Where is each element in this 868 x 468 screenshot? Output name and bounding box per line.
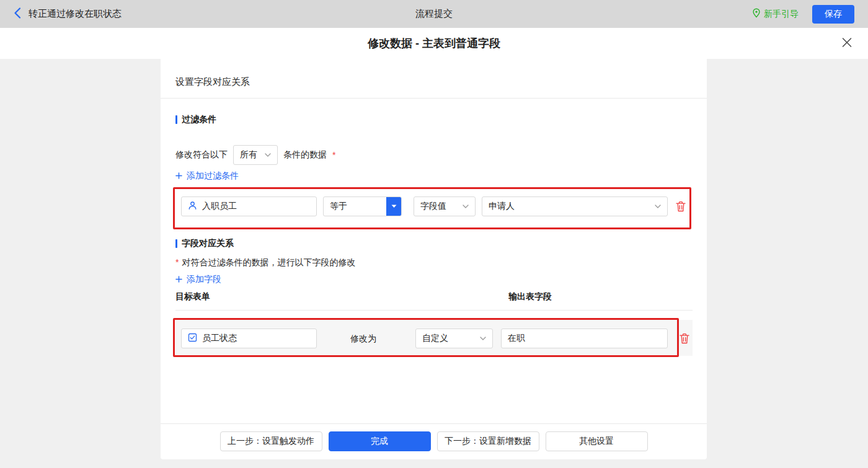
field-mapping-panel: 设置字段对应关系 过滤条件 修改符合以下 所有 条件的数据 * 添加过滤条件 入…: [161, 59, 707, 459]
required-asterisk: *: [175, 257, 179, 268]
back-button[interactable]: [14, 7, 21, 20]
close-button[interactable]: [842, 38, 852, 50]
match-mode-value: 所有: [240, 149, 257, 161]
plus-icon: [175, 275, 182, 285]
required-asterisk: *: [332, 150, 335, 160]
custom-value-input[interactable]: 在职: [501, 329, 668, 348]
other-settings-button[interactable]: 其他设置: [546, 431, 648, 451]
workflow-title: 转正通过修改在职状态: [29, 8, 122, 20]
filter-condition-line: 修改符合以下 所有 条件的数据 *: [175, 145, 335, 165]
chevron-down-icon: [265, 153, 271, 157]
section-accent-bar: [175, 239, 177, 248]
location-pin-icon: [752, 8, 761, 20]
filter-field-input[interactable]: 入职员工: [181, 196, 317, 216]
filter-value: 申请人: [489, 201, 515, 212]
operator-value: 等于: [324, 201, 381, 212]
section-accent-bar: [175, 115, 177, 124]
panel-title-divider: [161, 98, 707, 99]
operator-select[interactable]: 等于: [323, 196, 402, 216]
add-field-link[interactable]: 添加字段: [175, 274, 221, 285]
trash-icon: [676, 201, 686, 214]
filter-value-select[interactable]: 申请人: [482, 196, 668, 216]
checkbox-field-icon: [188, 333, 197, 344]
filter-section-label: 过滤条件: [182, 114, 216, 125]
trash-icon: [680, 333, 689, 346]
person-icon: [188, 201, 197, 212]
footer-divider: [161, 423, 707, 424]
match-mode-select[interactable]: 所有: [233, 145, 278, 165]
save-button[interactable]: 保存: [812, 5, 854, 24]
custom-value-text: 在职: [508, 333, 525, 344]
value-type-select[interactable]: 字段值: [414, 196, 476, 216]
modal-title: 修改数据 - 主表到普通字段: [368, 36, 500, 51]
add-filter-condition-label: 添加过滤条件: [187, 170, 239, 182]
plus-icon: [175, 171, 182, 181]
column-header-divider: [175, 310, 693, 311]
delete-mapping-row-button[interactable]: [680, 333, 689, 346]
condition-prefix: 修改符合以下: [175, 149, 228, 161]
beginner-guide-label: 新手引导: [764, 9, 799, 20]
back-chevron-icon: [14, 7, 21, 20]
footer-actions: 上一步：设置触发动作 完成 下一步：设置新增数据 其他设置: [161, 431, 707, 451]
filter-field-value: 入职员工: [202, 201, 237, 212]
value-mode-value: 自定义: [422, 333, 448, 344]
column-header-target-form: 目标表单: [175, 291, 210, 302]
condition-suffix: 条件的数据: [283, 149, 327, 161]
topbar-right: 新手引导 保存: [752, 5, 854, 24]
target-field-value: 员工状态: [202, 333, 237, 344]
value-mode-select[interactable]: 自定义: [415, 329, 493, 348]
modify-to-label: 修改为: [350, 333, 376, 345]
chevron-down-icon: [463, 205, 469, 208]
chevron-down-icon: [655, 205, 661, 208]
prev-step-button[interactable]: 上一步：设置触发动作: [220, 431, 322, 451]
mapping-section-heading: 字段对应关系: [175, 238, 234, 249]
target-field-input[interactable]: 员工状态: [181, 329, 317, 348]
chevron-down-icon: [480, 337, 486, 340]
next-step-button[interactable]: 下一步：设置新增数据: [437, 431, 539, 451]
operator-caret-button[interactable]: [386, 197, 401, 216]
add-field-label: 添加字段: [187, 274, 221, 285]
modal-header: 修改数据 - 主表到普通字段: [0, 28, 868, 59]
topbar-left: 转正通过修改在职状态: [14, 7, 122, 20]
done-button[interactable]: 完成: [329, 431, 431, 451]
mapping-section-label: 字段对应关系: [182, 238, 234, 249]
mapping-description: * 对符合过滤条件的数据，进行以下字段的修改: [175, 257, 355, 268]
beginner-guide-button[interactable]: 新手引导: [752, 8, 799, 20]
delete-filter-row-button[interactable]: [676, 201, 686, 214]
value-type-value: 字段值: [420, 201, 446, 212]
close-icon: [842, 38, 852, 50]
panel-title: 设置字段对应关系: [175, 76, 250, 88]
topbar-center-title: 流程提交: [415, 8, 453, 20]
filter-section-heading: 过滤条件: [175, 114, 216, 125]
add-filter-condition-link[interactable]: 添加过滤条件: [175, 170, 239, 182]
column-header-output-field: 输出表字段: [508, 291, 552, 302]
mapping-description-text: 对符合过滤条件的数据，进行以下字段的修改: [182, 257, 355, 268]
topbar: 转正通过修改在职状态 流程提交 新手引导 保存: [0, 0, 868, 28]
